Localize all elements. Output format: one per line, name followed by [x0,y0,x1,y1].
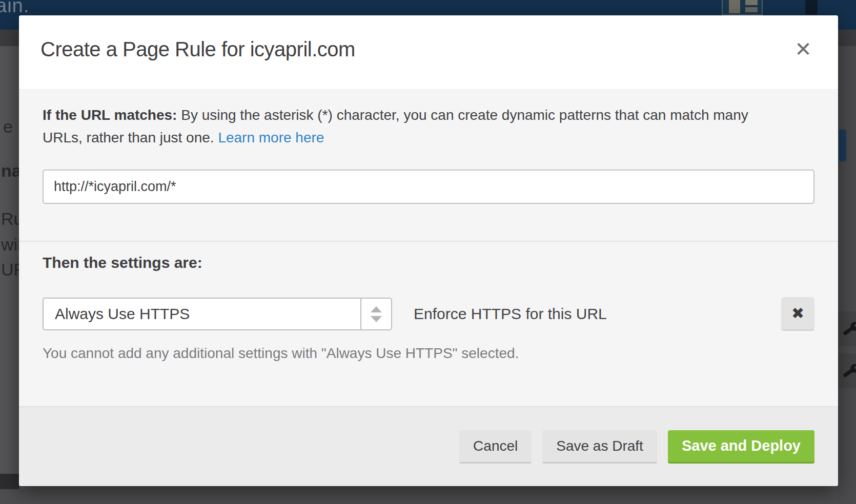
select-spinner[interactable] [360,299,391,329]
dialog-title: Create a Page Rule for icyapril.com [40,38,817,61]
layout-icon [722,0,763,15]
save-deploy-button[interactable]: Save and Deploy [668,430,814,464]
screen: ain. e nav Ru will UR Create a Page Rule… [0,0,856,504]
chevron-down-icon [371,316,382,322]
background-text-fragment: UR [1,260,19,280]
chevron-up-icon [371,306,382,312]
background-dark-band [0,474,19,489]
background-text-fragment: e [3,117,13,137]
wrench-icon [842,319,856,338]
background-text-fragment: Ru [1,209,19,229]
cancel-button[interactable]: Cancel [459,430,532,464]
settings-section: Then the settings are: Always Use HTTPS … [19,241,838,406]
setting-select-value: Always Use HTTPS [44,305,360,323]
background-text-fragment: will [1,235,19,255]
background-text-fragment: nav [1,161,19,181]
dialog-footer: Cancel Save as Draft Save and Deploy [19,406,838,486]
create-page-rule-dialog: Create a Page Rule for icyapril.com ✕ If… [19,15,838,486]
url-match-label: If the URL matches: [43,107,177,123]
remove-icon: ✖ [791,305,804,322]
background-settings-row [838,353,856,388]
background-button-edge [839,130,846,161]
setting-row: Always Use HTTPS Enforce HTTPS for this … [43,297,814,331]
layout-icon-bar [745,7,758,12]
save-draft-button[interactable]: Save as Draft [542,430,657,464]
background-settings-row [838,311,856,346]
url-pattern-input[interactable] [43,170,814,204]
layout-icon-block [729,0,740,13]
notification-icon [805,0,818,14]
layout-icon-bar [745,0,758,5]
setting-select[interactable]: Always Use HTTPS [43,298,392,330]
wrench-icon [842,361,856,380]
learn-more-link[interactable]: Learn more here [218,130,324,145]
url-match-description: If the URL matches: By using the asteris… [43,90,776,149]
url-match-section: If the URL matches: By using the asteris… [19,90,838,241]
background-left-strip: e nav Ru will UR [0,46,19,487]
background-text-fragment: ain. [0,0,29,17]
background-right-strip [838,46,856,504]
remove-setting-button[interactable]: ✖ [781,297,814,331]
settings-heading: Then the settings are: [43,242,814,271]
dialog-header: Create a Page Rule for icyapril.com ✕ [19,15,838,90]
close-icon[interactable]: ✕ [792,38,814,60]
setting-description: Enforce HTTPS for this URL [414,305,607,323]
settings-helper-text: You cannot add any additional settings w… [43,345,814,362]
